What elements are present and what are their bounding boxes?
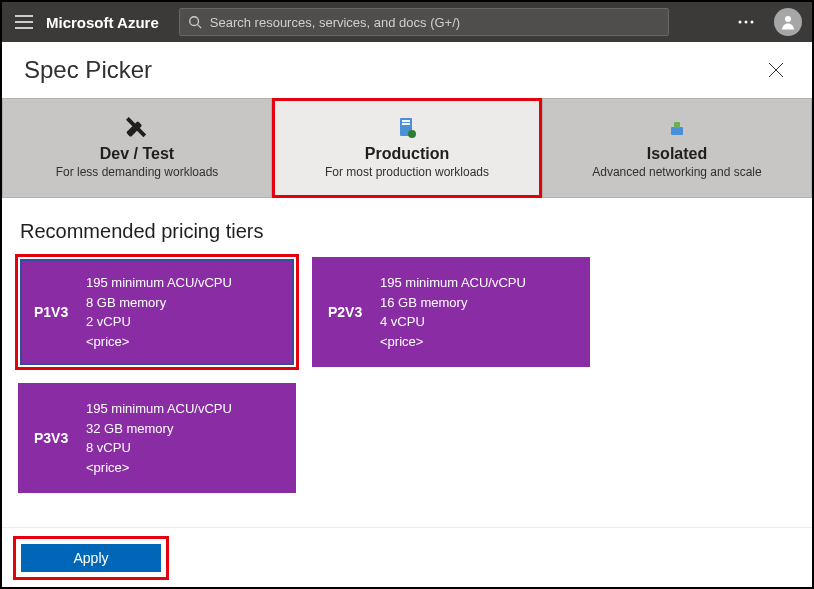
svg-point-5: [739, 21, 742, 24]
tier-memory: 8 GB memory: [86, 293, 232, 313]
server-icon: [398, 117, 416, 139]
tab-subtitle: For less demanding workloads: [56, 165, 219, 179]
svg-point-7: [751, 21, 754, 24]
tier-memory: 16 GB memory: [380, 293, 526, 313]
tier-vcpu: 2 vCPU: [86, 312, 232, 332]
tab-subtitle: Advanced networking and scale: [592, 165, 761, 179]
close-button[interactable]: [762, 56, 790, 84]
tab-isolated[interactable]: Isolated Advanced networking and scale: [542, 98, 812, 198]
top-bar: Microsoft Azure: [2, 2, 812, 42]
tools-icon: [126, 117, 148, 139]
tier-acu: 195 minimum ACU/vCPU: [86, 273, 232, 293]
tier-memory: 32 GB memory: [86, 419, 232, 439]
workload-tabs: Dev / Test For less demanding workloads …: [2, 98, 812, 198]
tier-name: P3V3: [34, 430, 86, 446]
svg-rect-13: [402, 123, 410, 125]
tier-name: P2V3: [328, 304, 380, 320]
azure-logo-text: Microsoft Azure: [46, 14, 159, 31]
svg-point-3: [190, 17, 199, 26]
svg-line-4: [197, 25, 201, 29]
content-scroll[interactable]: Dev / Test For less demanding workloads …: [2, 98, 812, 527]
overflow-menu-button[interactable]: [734, 10, 758, 34]
section-heading: Recommended pricing tiers: [20, 220, 812, 243]
tier-price: <price>: [86, 332, 232, 352]
global-search[interactable]: [179, 8, 669, 36]
pricing-tiers: P1V3 195 minimum ACU/vCPU 8 GB memory 2 …: [2, 257, 812, 493]
title-row: Spec Picker: [2, 42, 812, 98]
tab-dev-test[interactable]: Dev / Test For less demanding workloads: [2, 98, 272, 198]
tier-card-p3v3[interactable]: P3V3 195 minimum ACU/vCPU 32 GB memory 8…: [18, 383, 296, 493]
svg-point-8: [785, 16, 791, 22]
tier-card-p2v3[interactable]: P2V3 195 minimum ACU/vCPU 16 GB memory 4…: [312, 257, 590, 367]
page-title: Spec Picker: [24, 56, 152, 84]
tab-title: Isolated: [647, 145, 707, 163]
tier-specs: 195 minimum ACU/vCPU 8 GB memory 2 vCPU …: [86, 273, 232, 351]
global-search-input[interactable]: [210, 15, 660, 30]
tab-title: Production: [365, 145, 449, 163]
svg-rect-15: [671, 127, 683, 135]
hamburger-menu-button[interactable]: [12, 10, 36, 34]
isolated-icon: [668, 117, 686, 139]
tab-production[interactable]: Production For most production workloads: [272, 98, 542, 198]
tier-price: <price>: [86, 458, 232, 478]
tier-vcpu: 4 vCPU: [380, 312, 526, 332]
footer-bar: Apply: [2, 527, 812, 587]
tab-title: Dev / Test: [100, 145, 174, 163]
apply-highlight: Apply: [16, 539, 166, 577]
tier-acu: 195 minimum ACU/vCPU: [86, 399, 232, 419]
tier-name: P1V3: [34, 304, 86, 320]
svg-point-6: [745, 21, 748, 24]
user-avatar[interactable]: [774, 8, 802, 36]
tier-acu: 195 minimum ACU/vCPU: [380, 273, 526, 293]
tier-vcpu: 8 vCPU: [86, 438, 232, 458]
tab-subtitle: For most production workloads: [325, 165, 489, 179]
svg-rect-16: [674, 122, 680, 128]
tier-specs: 195 minimum ACU/vCPU 32 GB memory 8 vCPU…: [86, 399, 232, 477]
svg-point-14: [408, 130, 416, 138]
tier-specs: 195 minimum ACU/vCPU 16 GB memory 4 vCPU…: [380, 273, 526, 351]
tier-card-p1v3[interactable]: P1V3 195 minimum ACU/vCPU 8 GB memory 2 …: [18, 257, 296, 367]
svg-rect-12: [402, 120, 410, 122]
apply-button[interactable]: Apply: [21, 544, 161, 572]
tier-price: <price>: [380, 332, 526, 352]
